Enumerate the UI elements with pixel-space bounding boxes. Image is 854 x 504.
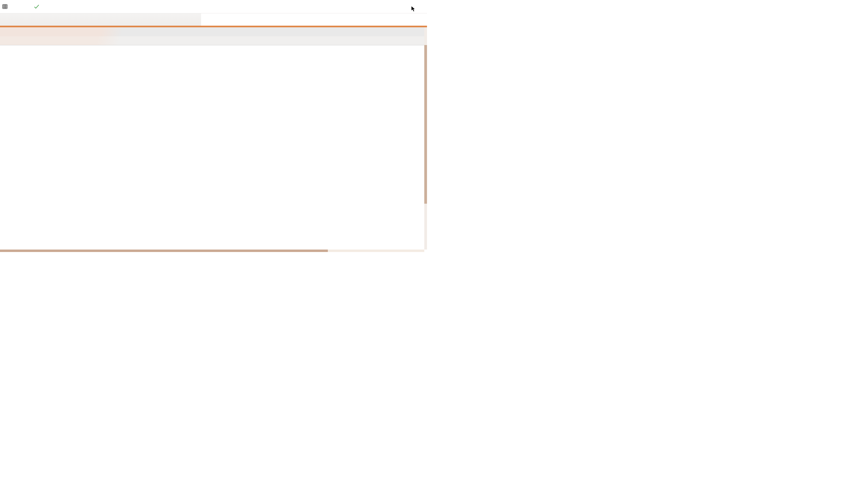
tab-bar: [0, 13, 427, 26]
vertical-scrollbar[interactable]: [424, 27, 427, 250]
scrollbar-corner: [424, 250, 427, 252]
top-bar: [0, 0, 427, 13]
tab-strip-background: [0, 13, 201, 26]
grid-header-row: [0, 27, 424, 36]
app-title: [2, 4, 10, 9]
check-icon: [34, 4, 39, 9]
data-grid: [0, 27, 427, 252]
app-window: [0, 0, 427, 252]
horizontal-scrollbar[interactable]: [0, 250, 424, 252]
table-grid-icon: [2, 4, 7, 9]
vertical-scrollbar-thumb[interactable]: [424, 45, 427, 204]
records-count: [30, 4, 39, 9]
grid-filter-row: [0, 36, 424, 45]
horizontal-scrollbar-thumb[interactable]: [0, 250, 328, 252]
